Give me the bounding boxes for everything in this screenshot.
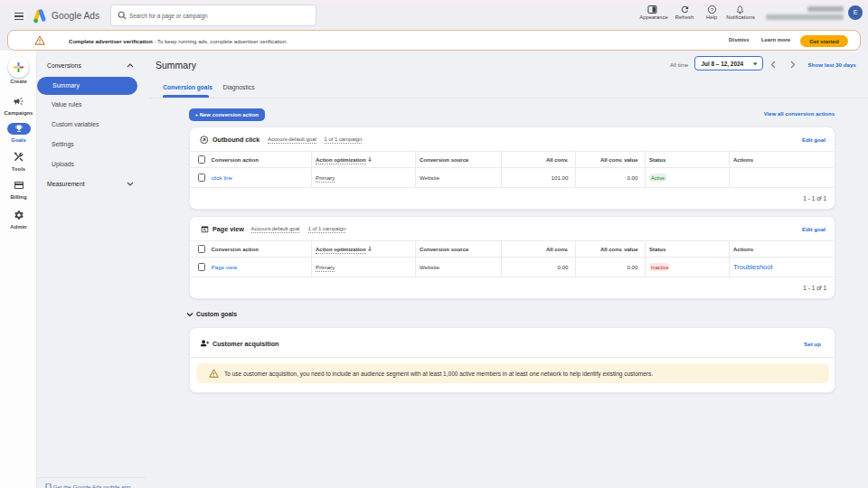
svg-text:?: ? <box>711 7 714 13</box>
